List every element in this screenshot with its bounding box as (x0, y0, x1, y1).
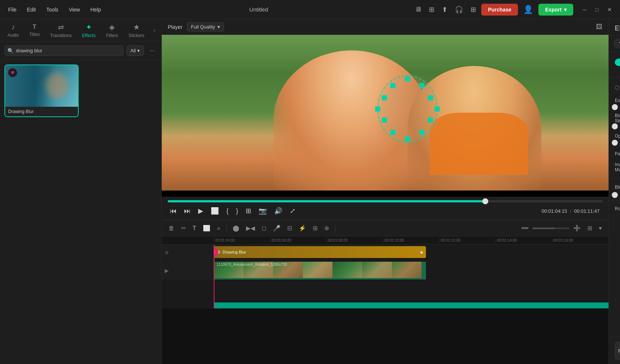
text-button[interactable]: T (190, 224, 199, 233)
mark-in-button[interactable]: { (224, 206, 231, 216)
menu-tools[interactable]: Tools (43, 4, 62, 15)
mark-out-button[interactable]: } (234, 206, 240, 216)
svg-rect-10 (428, 95, 433, 100)
upload-icon[interactable]: ⬆ (440, 3, 450, 16)
mic-button[interactable]: 🎤 (271, 223, 283, 233)
step-forward-button[interactable]: ⏭ (182, 206, 193, 216)
crop-button[interactable]: ⬜ (201, 223, 213, 233)
timeline-area: 🗑 ✂ T ⬜ » ⬤ ▶◀ ◻ 🎤 ⊟ ⚡ ⊞ ⊕ ➖ (162, 219, 608, 308)
insert-button[interactable]: ⊕ (322, 223, 331, 233)
expand-tabs-icon[interactable]: › (150, 25, 158, 36)
playback-controls: ⏮ ⏭ ▶ ⬜ { } ⊞ 📷 🔊 ⤢ 00:01:04:15 / 00:01:… (168, 205, 603, 216)
reset-button[interactable]: Reset (615, 342, 620, 360)
blur-thumb[interactable] (612, 192, 618, 198)
fx-clip[interactable]: ✕ ⚙ Drawing Blur ◈ (214, 246, 426, 258)
purchase-button[interactable]: Purchase (481, 4, 518, 16)
menu-help[interactable]: Help (86, 4, 105, 15)
mask-overlay (162, 35, 608, 191)
svg-rect-2 (405, 76, 410, 82)
play-button[interactable]: ▶ (196, 205, 206, 216)
close-button[interactable]: ✕ (604, 4, 616, 15)
export-button[interactable]: Export ▾ (538, 4, 573, 16)
video-preview (162, 35, 608, 197)
screenshot-button[interactable]: 📷 (256, 205, 269, 216)
menu-view[interactable]: View (65, 4, 83, 15)
tab-effects[interactable]: ✦ Effects (78, 20, 100, 40)
zoom-in-button[interactable]: ➕ (571, 223, 583, 233)
effect-toggle[interactable] (615, 59, 620, 66)
crop-icon[interactable]: ⊞ (243, 205, 253, 216)
settings-button[interactable]: ▾ (597, 223, 604, 233)
tab-audio[interactable]: ♪ Audio (3, 20, 23, 40)
center-panel: Player Full Quality ▾ 🖼 (162, 19, 608, 364)
cut-button[interactable]: ✂ (179, 223, 188, 233)
ruler-mark-6: 00:01:14:00 (496, 238, 552, 242)
ruler-marks: 00:01:04:00 00:01:06:00 00:01:08:00 00:0… (214, 238, 608, 242)
blur-label: Blur (615, 184, 620, 190)
effect-card-drawing-blur[interactable]: ♥ Drawing Blur (4, 64, 79, 117)
zoom-out-button[interactable]: ➖ (519, 223, 531, 233)
remove-clip-button[interactable]: ✕ (214, 248, 218, 257)
player-controls: ⏮ ⏭ ▶ ⬜ { } ⊞ 📷 🔊 ⤢ 00:01:04:15 / 00:01:… (162, 197, 608, 219)
blur-strength-thumb[interactable] (612, 123, 618, 129)
avatar-icon[interactable]: 👤 (521, 3, 535, 17)
quality-select[interactable]: Full Quality ▾ (187, 22, 224, 32)
video-track: ▶ 1110670_Amusement_Relation_1280x720 (162, 261, 608, 280)
more-tools-button[interactable]: » (215, 224, 223, 233)
chevron-down-icon: ▾ (137, 48, 140, 53)
progress-thumb[interactable] (482, 198, 488, 204)
fx-track-body: ✕ ⚙ Drawing Blur ◈ (214, 245, 608, 261)
minimize-button[interactable]: ─ (579, 4, 590, 15)
tab-video[interactable]: Video (613, 39, 620, 49)
extend-thumb[interactable] (612, 104, 618, 110)
headphone-icon[interactable]: 🎧 (453, 3, 465, 16)
mask-button[interactable]: ◻ (259, 223, 269, 233)
maximize-button[interactable]: □ (592, 4, 602, 15)
blur-param-section: Blur ◀ 100 (609, 179, 620, 201)
blur-strength-label: Blur Strength (615, 113, 620, 123)
extend-label: Extend (615, 98, 620, 103)
bottom-buttons: Reset Keyframe Panel (609, 337, 620, 364)
tab-filters[interactable]: ◈ Filters (102, 20, 123, 40)
delete-clip-button[interactable]: 🗑 (166, 224, 177, 233)
rewind-button[interactable]: ⏮ (168, 206, 179, 216)
menu-file[interactable]: File (4, 4, 20, 15)
video-clip[interactable]: 1110670_Amusement_Relation_1280x720 (214, 262, 426, 279)
tab-transitions[interactable]: ⇌ Transitions (46, 20, 76, 40)
color-button[interactable]: ⬤ (230, 223, 242, 233)
fx-track-header: ⚙ (162, 245, 214, 261)
more-options-button[interactable]: ··· (147, 45, 157, 56)
transition-button[interactable]: ▶◀ (244, 223, 257, 233)
track-color-bar (214, 302, 608, 308)
right-panel-tabs: Video (609, 36, 620, 52)
menu-edit[interactable]: Edit (23, 4, 40, 15)
app-title: Untitled (108, 6, 410, 13)
time-display: 00:01:04:15 / 00:01:11:47 (542, 208, 600, 214)
grid-icon[interactable]: ⊞ (468, 3, 478, 16)
monitor-icon[interactable]: 🖥 (413, 3, 424, 16)
tab-titles[interactable]: T Titles (25, 21, 44, 39)
grid-view-button[interactable]: ⊞ (585, 223, 594, 233)
effect-label: Drawing Blur (5, 107, 78, 116)
tab-stickers[interactable]: ★ Stickers (124, 20, 149, 40)
fx-button[interactable]: ⚡ (296, 223, 308, 233)
search-input[interactable] (4, 45, 124, 56)
progress-bar[interactable] (168, 200, 603, 202)
separator2 (335, 225, 335, 232)
volume-button[interactable]: 🔊 (272, 205, 285, 216)
clip-button[interactable]: ⊟ (285, 223, 294, 233)
overlay-button[interactable]: ⊞ (311, 223, 320, 233)
ruler-mark-5: 00:01:12:00 (439, 238, 496, 242)
fullscreen-button[interactable]: ⤢ (288, 205, 298, 216)
timeline-content: ⚙ ✕ ⚙ Drawing Blur ◈ ▶ (162, 245, 608, 308)
split-icon[interactable]: ⊞ (427, 3, 437, 16)
effects-icon: ✦ (86, 23, 92, 32)
svg-rect-8 (390, 83, 396, 88)
filter-dropdown[interactable]: All ▾ (127, 45, 144, 56)
opacity-thumb[interactable] (612, 140, 618, 146)
gallery-icon[interactable]: 🖼 (596, 23, 603, 31)
separator (226, 225, 227, 232)
stop-button[interactable]: ⬜ (209, 205, 221, 216)
search-wrap: 🔍 (4, 45, 124, 56)
svg-rect-4 (375, 106, 380, 112)
